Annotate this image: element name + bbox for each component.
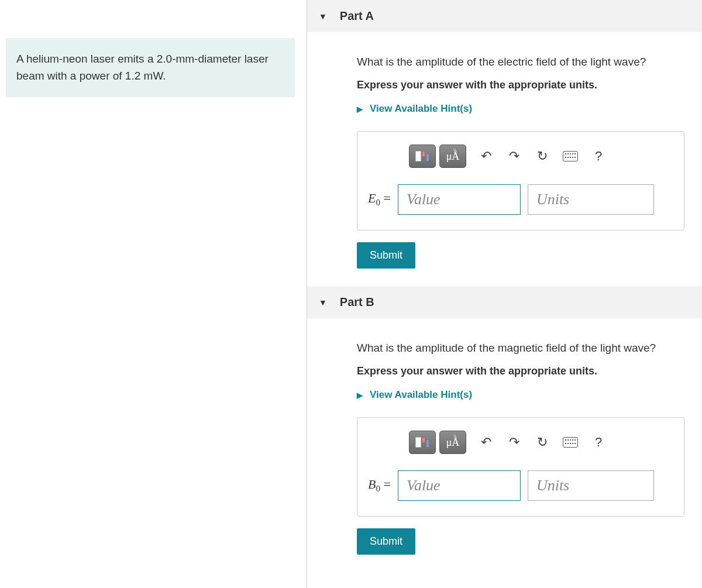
part-a-answer-box: μÅ○ ↶ ↷ ↻ ? E0 = [357, 131, 684, 231]
part-b-body: What is the amplitude of the magnetic fi… [307, 318, 702, 572]
undo-icon[interactable]: ↶ [478, 149, 494, 164]
hints-label: View Available Hint(s) [370, 389, 472, 401]
keyboard-icon[interactable] [562, 437, 579, 448]
part-b-value-input[interactable] [398, 470, 521, 501]
redo-icon[interactable]: ↷ [506, 435, 522, 450]
keyboard-icon[interactable] [562, 151, 579, 161]
reset-icon[interactable]: ↻ [534, 149, 550, 164]
part-a-input-row: E0 = [368, 184, 673, 215]
chevron-down-icon: ▼ [319, 298, 327, 307]
hints-label: View Available Hint(s) [370, 103, 472, 115]
reset-icon[interactable]: ↻ [534, 435, 550, 450]
part-a-variable-label: E0 = [368, 191, 391, 208]
part-b-question: What is the amplitude of the magnetic fi… [357, 342, 684, 355]
part-a-units-input[interactable] [528, 184, 654, 215]
part-b-toolbar: μÅ○ ↶ ↷ ↻ ? [368, 431, 673, 454]
chevron-right-icon: ▶ [357, 391, 363, 400]
problem-column: A helium-neon laser emits a 2.0-mm-diame… [0, 0, 307, 588]
help-icon[interactable]: ? [590, 435, 607, 450]
part-a-hints-toggle[interactable]: ▶ View Available Hint(s) [357, 103, 684, 115]
answer-column: ▼ Part A What is the amplitude of the el… [307, 0, 702, 588]
undo-icon[interactable]: ↶ [478, 435, 494, 450]
part-b-submit-button[interactable]: Submit [357, 528, 415, 555]
chevron-right-icon: ▶ [357, 105, 363, 114]
symbols-icon[interactable]: μÅ○ [439, 431, 466, 454]
part-a-header[interactable]: ▼ Part A [307, 0, 702, 32]
problem-statement: A helium-neon laser emits a 2.0-mm-diame… [6, 38, 295, 97]
part-a-body: What is the amplitude of the electric fi… [307, 32, 702, 286]
part-b-input-row: B0 = [368, 470, 673, 501]
templates-icon[interactable] [409, 431, 436, 454]
part-b-hints-toggle[interactable]: ▶ View Available Hint(s) [357, 389, 684, 401]
part-a-submit-button[interactable]: Submit [357, 242, 415, 269]
part-b-header[interactable]: ▼ Part B [307, 286, 702, 318]
part-b-instruction: Express your answer with the appropriate… [357, 365, 684, 377]
templates-icon[interactable] [409, 145, 436, 168]
part-a-question: What is the amplitude of the electric fi… [357, 56, 684, 68]
part-b-title: Part B [340, 295, 374, 309]
part-b-units-input[interactable] [528, 470, 654, 501]
part-a-toolbar: μÅ○ ↶ ↷ ↻ ? [368, 145, 673, 168]
part-b-answer-box: μÅ○ ↶ ↷ ↻ ? B0 = [357, 417, 684, 517]
chevron-down-icon: ▼ [319, 12, 327, 21]
part-b-variable-label: B0 = [368, 477, 391, 494]
part-a-instruction: Express your answer with the appropriate… [357, 79, 684, 91]
part-a-title: Part A [340, 9, 374, 23]
symbols-icon[interactable]: μÅ○ [439, 145, 466, 168]
redo-icon[interactable]: ↷ [506, 149, 522, 164]
help-icon[interactable]: ? [590, 149, 607, 164]
part-a-value-input[interactable] [398, 184, 521, 215]
